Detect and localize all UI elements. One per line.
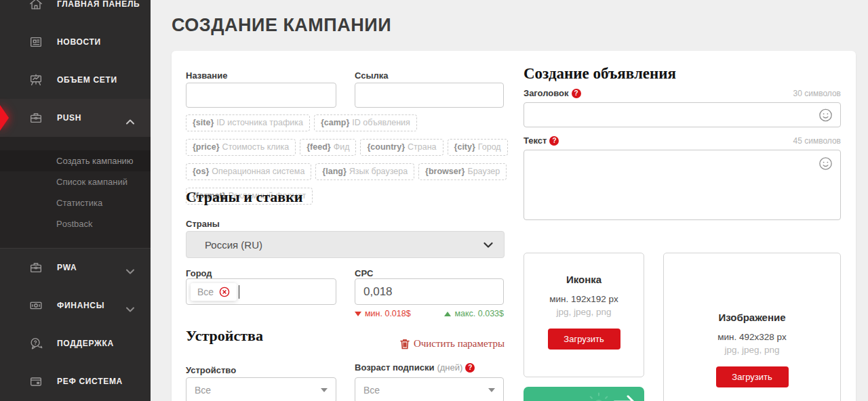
home-icon <box>28 0 43 12</box>
arrow-down-icon <box>355 312 361 316</box>
macro-tag-os[interactable]: {os}Операционная система <box>186 163 311 180</box>
text-cursor <box>239 285 239 299</box>
city-chip-label: Все <box>197 287 214 297</box>
page-title: СОЗДАНИЕ КАМПАНИИ <box>172 15 391 36</box>
macro-tag-city[interactable]: {city}Город <box>448 139 508 156</box>
campaign-name-input[interactable] <box>186 83 336 108</box>
macro-tag-site[interactable]: {site}ID источника трафика <box>186 114 310 131</box>
city-chip: Все <box>191 283 237 301</box>
macro-tag-feed[interactable]: {feed}Фид <box>300 139 356 156</box>
text-input-wrap <box>524 150 841 220</box>
macro-desc: ID объявления <box>352 117 410 129</box>
help-icon[interactable] <box>549 136 559 146</box>
image-upload-button[interactable]: Загрузить <box>716 366 789 387</box>
text-label-row: Текст 45 символов <box>524 135 841 146</box>
sidebar-item-network-volume[interactable]: ОБЪЕМ СЕТИ <box>0 61 151 99</box>
sidebar-item-statistics[interactable]: Статистика <box>0 192 151 213</box>
cpc-range: мин. 0.018$ макс. 0.033$ <box>355 309 504 318</box>
subscription-age-label: Возраст подписки <box>355 362 434 373</box>
macro-code: {price} <box>193 142 220 153</box>
macro-code: {browser} <box>425 166 465 177</box>
sidebar-item-label: ГЛАВНАЯ ПАНЕЛЬ <box>57 0 140 9</box>
macro-desc: ID источника трафика <box>216 117 303 129</box>
countries-select[interactable]: Россия (RU) <box>186 231 505 258</box>
sidebar-item-dashboard[interactable]: ГЛАВНАЯ ПАНЕЛЬ <box>0 0 151 23</box>
chevron-down-icon <box>484 238 493 251</box>
chevron-down-icon <box>126 265 134 270</box>
countries-label: Страны <box>186 219 220 229</box>
create-campaign-submit-button[interactable] <box>524 387 644 401</box>
sidebar-item-ref-system[interactable]: РЕФ СИСТЕМА <box>0 362 151 400</box>
sidebar-item-pwa[interactable]: PWA <box>0 249 151 287</box>
device-select[interactable]: Все <box>186 377 336 401</box>
image-upload-formats: jpg, jpeg, png <box>664 345 840 355</box>
sidebar-item-news[interactable]: НОВОСТИ <box>0 23 151 61</box>
remove-chip-icon[interactable] <box>219 287 230 297</box>
macro-tag-browser[interactable]: {browser}Браузер <box>418 163 507 180</box>
macro-desc: Стоимость клика <box>222 142 290 153</box>
macro-code: {camp} <box>321 117 349 129</box>
campaign-link-input[interactable] <box>355 83 504 108</box>
subscription-age-hint: (дней) <box>437 362 462 373</box>
text-char-limit: 45 символов <box>793 136 841 146</box>
icon-upload-card: Иконка мин. 192x192 px jpg, jpeg, png За… <box>524 253 644 377</box>
macro-tag-country[interactable]: {country}Страна <box>360 139 443 156</box>
sidebar: ГЛАВНАЯ ПАНЕЛЬ НОВОСТИ ОБЪЕМ СЕТИ PUSH <box>0 0 151 401</box>
banknote-icon <box>28 298 43 313</box>
device-select-value: Все <box>195 385 211 396</box>
sidebar-item-postback[interactable]: Postback <box>0 213 151 234</box>
macro-tag-price[interactable]: {price}Стоимость клика <box>186 139 296 156</box>
ad-section-heading: Создание объявления <box>524 65 676 83</box>
sidebar-item-finances[interactable]: ФИНАНСЫ <box>0 287 151 324</box>
headline-label: Заголовок <box>524 88 569 98</box>
emoji-picker-icon[interactable] <box>818 107 833 123</box>
headline-char-limit: 30 символов <box>793 89 841 98</box>
macro-code: {country} <box>367 142 405 153</box>
help-icon[interactable] <box>572 89 581 98</box>
macro-code: {site} <box>193 117 214 129</box>
newspaper-icon <box>28 35 43 49</box>
macro-desc: Язык браузера <box>349 166 408 177</box>
sidebar-item-push[interactable]: PUSH <box>0 99 151 137</box>
image-upload-title: Изображение <box>664 312 840 323</box>
cpc-input[interactable] <box>355 278 504 305</box>
caret-down-icon <box>488 388 495 392</box>
city-input[interactable]: Все <box>186 278 336 305</box>
subscription-age-label-row: Возраст подписки (дней) <box>355 362 504 373</box>
countries-select-value: Россия (RU) <box>205 239 262 251</box>
emoji-picker-icon[interactable] <box>818 156 833 171</box>
sidebar-item-support[interactable]: ПОДДЕРЖКА <box>0 324 151 362</box>
chevron-down-icon <box>126 303 134 308</box>
macro-code: {feed} <box>307 142 330 153</box>
name-label: Название <box>186 70 227 81</box>
macro-tag-lang[interactable]: {lang}Язык браузера <box>315 163 414 180</box>
city-label: Город <box>186 268 212 278</box>
help-icon[interactable] <box>465 363 475 373</box>
macro-desc: Фид <box>334 142 350 153</box>
clear-params-link[interactable]: Очистить параметры <box>186 338 505 350</box>
macro-tag-camp[interactable]: {camp}ID объявления <box>314 114 417 131</box>
macro-code: {os} <box>193 166 209 177</box>
countries-section-heading: Страны и ставки <box>186 188 303 206</box>
macro-desc: Операционная система <box>212 166 304 177</box>
sidebar-item-label: PWA <box>57 263 77 272</box>
sidebar-item-label: PUSH <box>57 113 81 123</box>
briefcase-icon <box>28 110 43 125</box>
sidebar-item-campaign-list[interactable]: Список кампаний <box>0 171 151 192</box>
push-submenu: Создать кампанию Список кампаний Статист… <box>0 137 151 249</box>
sidebar-item-create-campaign[interactable]: Создать кампанию <box>0 150 151 171</box>
subscription-age-select[interactable]: Все <box>355 377 504 401</box>
text-label: Текст <box>524 135 547 146</box>
cpc-min: мин. 0.018$ <box>355 309 411 318</box>
gear-icon <box>583 389 614 401</box>
macro-desc: Город <box>478 142 501 153</box>
link-label: Ссылка <box>355 70 389 81</box>
headline-input-wrap <box>524 102 841 127</box>
sidebar-item-label: ОБЪЕМ СЕТИ <box>57 75 117 85</box>
image-upload-card: Изображение мин. 492x328 px jpg, jpeg, p… <box>663 253 841 401</box>
ad-text-input[interactable] <box>524 150 841 220</box>
icon-upload-min-size: мин. 192x192 px <box>524 294 644 304</box>
wallet-icon <box>28 374 43 389</box>
headline-input[interactable] <box>524 102 841 127</box>
icon-upload-button[interactable]: Загрузить <box>548 329 620 350</box>
